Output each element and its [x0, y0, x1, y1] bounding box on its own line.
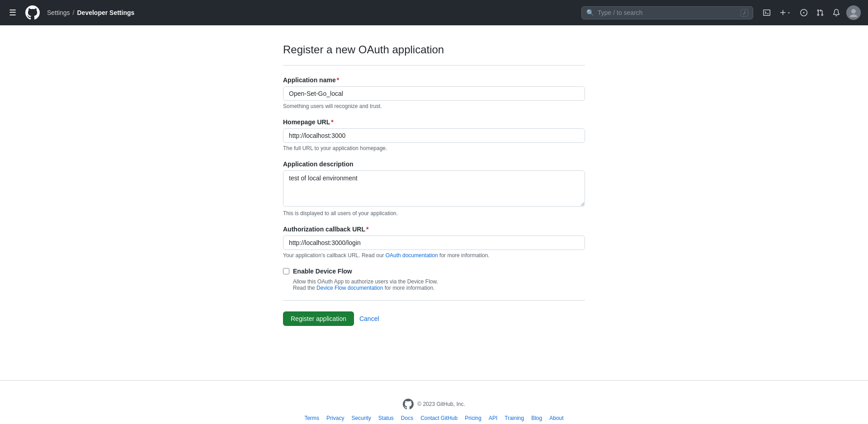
app-name-label: Application name* — [283, 76, 585, 84]
homepage-url-group: Homepage URL* The full URL to your appli… — [283, 118, 585, 151]
chevron-down-icon — [787, 10, 791, 15]
plus-icon — [779, 9, 787, 16]
form-divider — [283, 300, 585, 301]
app-name-input[interactable] — [283, 86, 585, 101]
oauth-docs-link[interactable]: OAuth documentation — [386, 252, 438, 259]
page-title: Register a new OAuth application — [283, 43, 585, 56]
pullrequest-icon — [816, 9, 824, 16]
issues-icon — [800, 9, 807, 16]
description-textarea[interactable]: test of local environment — [283, 170, 585, 207]
terminal-icon — [763, 9, 770, 16]
footer-link-api[interactable]: API — [489, 415, 497, 421]
description-group: Application description test of local en… — [283, 160, 585, 217]
footer: © 2023 GitHub, Inc. Terms Privacy Securi… — [0, 380, 868, 424]
search-placeholder: Type / to search — [598, 9, 737, 16]
header: ☰ Settings / Developer Settings 🔍 Type /… — [0, 0, 868, 25]
register-application-button[interactable]: Register application — [283, 311, 354, 326]
footer-link-about[interactable]: About — [549, 415, 563, 421]
device-flow-description: Allow this OAuth App to authorize users … — [293, 278, 585, 291]
device-flow-checkbox[interactable] — [283, 268, 289, 274]
settings-link[interactable]: Settings — [47, 9, 70, 16]
pullrequests-button[interactable] — [814, 6, 826, 19]
device-flow-desc-line2: Read the Device Flow documentation for m… — [293, 285, 585, 291]
oauth-registration-form: Application name* Something users will r… — [283, 76, 585, 326]
new-button[interactable] — [777, 6, 794, 19]
avatar-image — [846, 5, 861, 20]
notifications-icon — [833, 9, 840, 16]
app-name-hint: Something users will recognize and trust… — [283, 103, 585, 109]
footer-link-blog[interactable]: Blog — [531, 415, 542, 421]
device-flow-desc-line1: Allow this OAuth App to authorize users … — [293, 278, 585, 285]
description-label: Application description — [283, 160, 585, 168]
footer-copyright: © 2023 GitHub, Inc. — [417, 401, 465, 407]
footer-link-security[interactable]: Security — [351, 415, 371, 421]
main-content: Register a new OAuth application Applica… — [145, 25, 723, 362]
cancel-link[interactable]: Cancel — [359, 313, 379, 325]
callback-url-input[interactable] — [283, 236, 585, 250]
footer-github-logo — [403, 399, 414, 410]
device-flow-section: Enable Device Flow Allow this OAuth App … — [283, 268, 585, 291]
breadcrumb-separator: / — [73, 9, 75, 16]
callback-url-label: Authorization callback URL* — [283, 226, 585, 233]
app-name-group: Application name* Something users will r… — [283, 76, 585, 109]
breadcrumb: Settings / Developer Settings — [47, 9, 134, 16]
avatar[interactable] — [846, 5, 861, 20]
callback-url-group: Authorization callback URL* Your applica… — [283, 226, 585, 259]
callback-url-hint: Your application's callback URL. Read ou… — [283, 252, 585, 259]
header-actions — [760, 5, 861, 20]
footer-inner: © 2023 GitHub, Inc. — [11, 399, 857, 410]
footer-link-terms[interactable]: Terms — [304, 415, 319, 421]
footer-links: Terms Privacy Security Status Docs Conta… — [11, 415, 857, 421]
footer-link-privacy[interactable]: Privacy — [326, 415, 344, 421]
homepage-url-hint: The full URL to your application homepag… — [283, 145, 585, 151]
homepage-url-label: Homepage URL* — [283, 118, 585, 126]
terminal-button[interactable] — [760, 6, 773, 19]
footer-link-pricing[interactable]: Pricing — [465, 415, 481, 421]
breadcrumb-current: Developer Settings — [77, 9, 134, 16]
form-actions: Register application Cancel — [283, 311, 585, 326]
footer-link-status[interactable]: Status — [378, 415, 394, 421]
search-icon: 🔍 — [586, 9, 594, 16]
hamburger-button[interactable]: ☰ — [7, 6, 18, 19]
device-flow-checkbox-row: Enable Device Flow — [283, 268, 585, 275]
github-logo[interactable] — [25, 5, 40, 20]
device-flow-label[interactable]: Enable Device Flow — [293, 268, 352, 275]
search-bar[interactable]: 🔍 Type / to search / — [581, 6, 753, 19]
footer-link-contact[interactable]: Contact GitHub — [420, 415, 458, 421]
homepage-required: * — [331, 118, 333, 126]
title-divider — [283, 65, 585, 66]
notifications-button[interactable] — [830, 6, 843, 19]
footer-link-docs[interactable]: Docs — [401, 415, 413, 421]
footer-link-training[interactable]: Training — [505, 415, 524, 421]
issues-button[interactable] — [797, 6, 810, 19]
search-kbd: / — [741, 9, 748, 17]
app-name-required: * — [337, 76, 339, 84]
device-flow-docs-link[interactable]: Device Flow documentation — [316, 285, 383, 291]
form-container: Register a new OAuth application Applica… — [276, 43, 592, 326]
callback-required: * — [366, 226, 368, 233]
description-hint: This is displayed to all users of your a… — [283, 210, 585, 217]
homepage-url-input[interactable] — [283, 128, 585, 143]
